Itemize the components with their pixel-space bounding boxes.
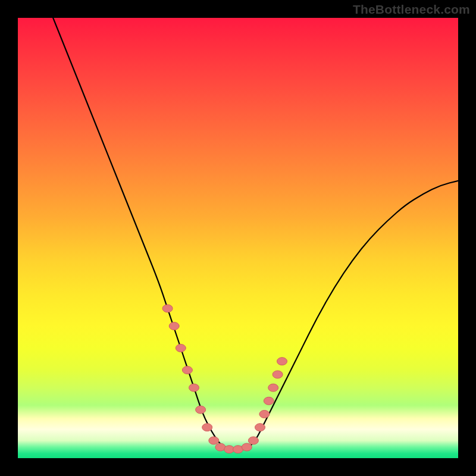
curve-marker <box>248 437 258 444</box>
curve-marker <box>162 305 173 312</box>
curve-marker <box>176 345 186 352</box>
curve-layer <box>18 18 458 458</box>
curve-marker <box>259 411 270 418</box>
plot-area <box>18 18 458 458</box>
chart-frame: TheBottleneck.com <box>0 0 476 476</box>
curve-marker <box>255 424 265 431</box>
curve-marker <box>273 371 283 378</box>
curve-marker <box>202 424 212 431</box>
curve-marker <box>277 358 287 365</box>
bottleneck-curve <box>53 18 458 449</box>
curve-marker <box>182 367 192 374</box>
curve-marker <box>189 384 199 392</box>
curve-marker-group <box>162 305 287 453</box>
curve-marker <box>264 397 274 405</box>
curve-marker <box>196 406 206 414</box>
curve-marker <box>209 437 219 444</box>
watermark-text: TheBottleneck.com <box>353 2 470 17</box>
curve-marker <box>169 322 179 330</box>
curve-marker <box>268 384 278 392</box>
curve-marker <box>242 443 252 451</box>
